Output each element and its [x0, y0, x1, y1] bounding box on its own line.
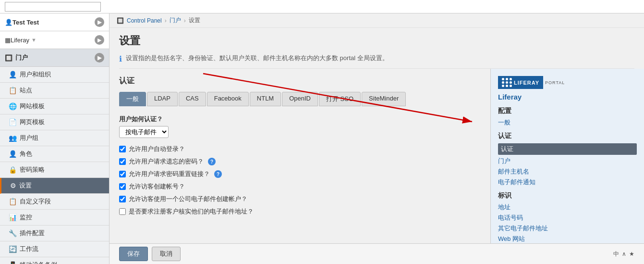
rp-config-general[interactable]: 一般 [498, 118, 637, 127]
password-icon: 🔒 [9, 166, 17, 174]
rp-identity-phone[interactable]: 电话号码 [498, 214, 637, 222]
sidebar-item-password-policy[interactable]: 🔒 密码策略 [0, 162, 109, 178]
checkbox-verify-email-label: 是否要求注册客户核实他们的电子邮件地址？ [129, 207, 254, 216]
sidebar-item-label: 插件配置 [20, 229, 45, 238]
sidebar-item-plugin-config[interactable]: 🔧 插件配置 [0, 226, 109, 241]
sidebar-item-users-orgs[interactable]: 👤 用户和组织 [0, 67, 109, 83]
users-orgs-icon: 👤 [9, 71, 17, 78]
sidebar-item-monitoring[interactable]: 📊 监控 [0, 210, 109, 226]
checkbox-company-email-input[interactable] [119, 196, 126, 202]
liferay-dropdown-icon: ▼ [31, 37, 36, 43]
breadcrumb-settings: 设置 [189, 16, 200, 25]
checkbox-forgot-password-label: 允许用户请求遗忘的密码？ [129, 157, 204, 166]
main-form: 认证 一般 LDAP CAS [109, 69, 490, 243]
section-content: 认证 一般 LDAP CAS [109, 69, 644, 243]
sidebar-item-sites[interactable]: 📋 站点 [0, 83, 109, 99]
sidebar-liferay[interactable]: ▦ Liferay ▼ ▶ [0, 31, 109, 49]
checkbox-verify-email-input[interactable] [119, 208, 126, 215]
checkbox-reset-password-input[interactable] [119, 171, 126, 177]
rp-auth-portal[interactable]: 门户 [498, 157, 637, 165]
tab-sso[interactable]: 打开 SSO [319, 92, 361, 106]
checkbox-reset-password: 允许用户请求密码重置链接？ ? [119, 170, 481, 178]
roles-icon: 👤 [9, 150, 17, 158]
rp-config-title: 配置 [498, 107, 637, 115]
rp-identity-other-email[interactable]: 其它电子邮件地址 [498, 224, 637, 233]
sidebar-item-label: 监控 [20, 213, 32, 222]
auth-method-label: 用户如何认证？ [119, 115, 481, 124]
auth-method-select[interactable]: 按电子邮件 按用户名 按手机 [119, 126, 169, 138]
breadcrumb-icon: 🔲 [117, 17, 124, 24]
rp-liferay-title: Liferay [498, 93, 637, 101]
sidebar-item-user-groups[interactable]: 👥 用户组 [0, 130, 109, 146]
tab-cas[interactable]: CAS [179, 92, 206, 106]
info-text: 设置指的是包括名字、身份验证、默认用户关联、邮件主机名称在内的大多数 porta… [126, 54, 389, 63]
page-templates-icon: 📄 [9, 118, 17, 126]
breadcrumb-portal[interactable]: 门户 [170, 16, 181, 25]
search-input[interactable] [5, 2, 101, 12]
mobile-icon: 📱 [9, 261, 17, 264]
sidebar-item-label: 设置 [19, 181, 32, 190]
sidebar-user[interactable]: 👤 Test Test ▶ [0, 13, 109, 31]
checkbox-create-account: 允许访客创建帐号？ [119, 182, 481, 191]
checkbox-auto-login-label: 允许用户自动登录？ [129, 145, 185, 153]
liferay-logo-text: LIFERAY [514, 80, 539, 86]
tab-openid[interactable]: OpenID [282, 92, 318, 106]
sidebar-item-site-templates[interactable]: 🌐 网站模板 [0, 99, 109, 114]
help-icon-reset-password[interactable]: ? [214, 170, 222, 178]
custom-fields-icon: 📋 [9, 198, 17, 205]
checkbox-create-account-label: 允许访客创建帐号？ [129, 182, 185, 191]
tab-ldap[interactable]: LDAP [147, 92, 178, 106]
user-label: Test Test [12, 19, 39, 26]
liferay-logo: LIFERAY PORTAL [498, 76, 637, 89]
liferay-logo-box: LIFERAY [498, 76, 543, 89]
rp-identity-address[interactable]: 地址 [498, 203, 637, 212]
checkbox-verify-email: 是否要求注册客户核实他们的电子邮件地址？ [119, 207, 481, 216]
checkbox-create-account-input[interactable] [119, 183, 126, 190]
settings-icon: ⚙ [10, 182, 16, 189]
liferay-logo-subtitle: PORTAL [545, 80, 565, 85]
rp-auth-mail-host[interactable]: 邮件主机名 [498, 167, 637, 176]
checkbox-auto-login: 允许用户自动登录？ [119, 145, 481, 153]
plugin-config-icon: 🔧 [9, 229, 17, 237]
rp-identity-website[interactable]: Web 网站 [498, 235, 637, 243]
sidebar-item-label: 站点 [20, 86, 32, 95]
portal-icon: 🔲 [5, 54, 12, 62]
cancel-button[interactable]: 取消 [152, 247, 181, 261]
liferay-logo-dots [502, 78, 512, 87]
page-title: 设置 [109, 28, 644, 51]
breadcrumb-control-panel[interactable]: Control Panel [127, 17, 162, 24]
checkbox-forgot-password-input[interactable] [119, 158, 126, 165]
rp-config-section: 配置 一般 [498, 107, 637, 127]
auth-method-select-row: 按电子邮件 按用户名 按手机 [119, 126, 481, 138]
tab-siteminder[interactable]: SiteMinder [362, 92, 406, 106]
user-arrow: ▶ [95, 17, 104, 27]
sidebar-item-label: 自定义字段 [20, 197, 51, 206]
app-container: 👤 Test Test ▶ ▦ Liferay ▼ ▶ 🔲 门户 ▶ 👤 用户和… [0, 0, 644, 264]
sidebar-item-custom-fields[interactable]: 📋 自定义字段 [0, 194, 109, 210]
sidebar-item-label: 角色 [20, 150, 32, 158]
tab-facebook[interactable]: Facebook [207, 92, 249, 106]
save-button[interactable]: 保存 [119, 247, 148, 261]
sidebar-item-page-templates[interactable]: 📄 网页模板 [0, 114, 109, 130]
rp-auth-email-notify[interactable]: 电子邮件通知 [498, 178, 637, 187]
sidebar-item-settings[interactable]: ⚙ 设置 [0, 178, 109, 194]
sidebar-item-roles[interactable]: 👤 角色 [0, 146, 109, 162]
top-bar [0, 0, 644, 13]
liferay-icon: ▦ [5, 37, 11, 44]
tab-general[interactable]: 一般 [119, 92, 146, 106]
breadcrumb-sep2: › [184, 17, 186, 24]
portal-label: 门户 [15, 53, 28, 62]
sidebar-item-label: 网页模板 [20, 118, 45, 126]
checkbox-company-email: 允许访客使用一个公司电子邮件创建帐户？ [119, 195, 481, 203]
liferay-label: Liferay [11, 37, 29, 44]
sidebar-item-workflow[interactable]: 🔄 工作流 [0, 241, 109, 257]
tab-ntlm[interactable]: NTLM [250, 92, 281, 106]
sidebar-item-mobile-devices[interactable]: 📱 移动设备条例 [0, 257, 109, 264]
site-templates-icon: 🌐 [9, 102, 17, 110]
checkbox-auto-login-input[interactable] [119, 146, 126, 152]
lang-label: 中 [613, 250, 619, 258]
checkbox-forgot-password: 允许用户请求遗忘的密码？ ? [119, 157, 481, 166]
checkbox-company-email-label: 允许访客使用一个公司电子邮件创建帐户？ [129, 195, 247, 203]
help-icon-forgot-password[interactable]: ? [208, 158, 216, 165]
rp-auth-active[interactable]: 认证 [498, 143, 637, 155]
